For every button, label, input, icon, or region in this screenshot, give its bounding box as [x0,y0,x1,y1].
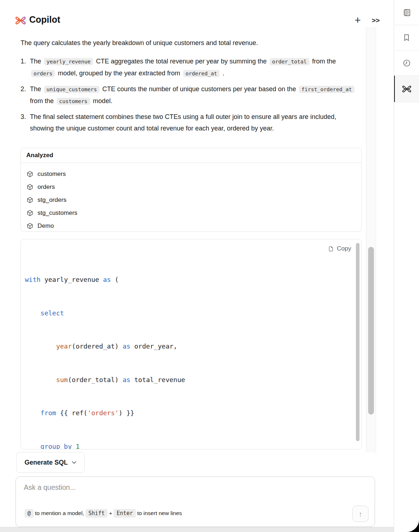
code-scrollbar-thumb[interactable] [356,243,360,441]
code-token: as [103,276,111,283]
code-token: order_year, [131,342,177,350]
list-item-text: The final select statement combines thes… [30,111,358,134]
code-token: (order_total) [68,376,123,384]
list-item-text: The unique_customers CTE counts the numb… [30,83,358,107]
model-name: stg_customers [38,209,78,217]
code-token: group by [25,443,72,450]
generate-sql-button[interactable]: Generate SQL [16,452,85,473]
copilot-sidebar-icon [402,84,412,94]
footer-strip [0,527,394,532]
notebook-icon [402,8,411,17]
model-cube-icon [26,183,34,191]
copy-icon [328,246,334,252]
code-line: with yearly_revenue as ( [25,274,361,285]
sidebar-item-bookmarks[interactable] [394,25,419,50]
sql-code-block: with yearly_revenue as ( select year(ord… [21,239,362,449]
analyzed-model-row[interactable]: stg_orders [26,194,356,207]
code-token: {{ ref( [56,409,88,417]
query-summary-text: The query calculates the yearly breakdow… [21,37,349,48]
right-sidebar [394,0,419,532]
bookmark-icon [402,34,411,42]
list-item-text: The yearly_revenue CTE aggregates the to… [30,56,358,79]
sql-code: with yearly_revenue as ( select year(ord… [21,239,361,449]
inline-code-chip: first_ordered_at [299,86,354,93]
code-line: from {{ ref('orders') }} [25,408,361,418]
list-item: 1. The yearly_revenue CTE aggregates the… [21,56,358,79]
copilot-logo-icon [15,15,26,26]
sidebar-item-history[interactable] [394,50,419,76]
explanation-list: 1. The yearly_revenue CTE aggregates the… [21,56,358,138]
new-chat-button[interactable]: + [351,14,364,27]
code-token: total_revenue [131,376,185,384]
list-item-number: 2. [21,83,30,107]
analyzed-model-row[interactable]: Demo [26,220,356,232]
code-token [72,443,76,450]
ask-question-box: @ to mention a model, Shift + Enter to i… [16,476,375,527]
copy-label: Copy [337,245,351,252]
model-name: customers [38,170,66,178]
collapse-panel-button[interactable]: >> [369,15,383,26]
code-line: select [25,308,361,319]
input-hint: @ to mention a model, Shift + Enter to i… [23,509,182,518]
page-scrollbar-track[interactable] [366,27,376,452]
generate-sql-label: Generate SQL [25,459,68,466]
analyzed-panel-title: Analyzed [21,148,361,163]
analyzed-model-row[interactable]: orders [26,181,356,194]
sidebar-item-copilot[interactable] [394,76,419,102]
kbd-chip: Shift [85,509,107,518]
code-token: (ordered_at) [72,342,123,350]
code-line: year(ordered_at) as order_year, [25,341,361,352]
sidebar-item-notebook[interactable] [394,0,419,25]
code-token: year [25,342,72,350]
code-token: select [25,309,64,317]
inline-code-chip: orders [31,70,55,77]
code-token: yearly_revenue [40,276,103,283]
code-token: sum [25,376,68,384]
inline-code-chip: ordered_at [183,70,220,77]
ask-question-input[interactable] [23,483,335,505]
inline-code-chip: order_total [270,58,309,65]
code-token: as [123,376,131,384]
list-item: 3. The final select statement combines t… [21,111,358,134]
analyzed-model-list: customers orders [21,163,361,232]
page-title: Copilot [29,14,60,25]
copilot-panel: Copilot + >> The query calculates the ye… [0,0,419,532]
analyzed-panel: Analyzed customers [21,148,362,232]
chevron-down-icon [72,461,76,464]
kbd-chip: Enter [114,509,136,518]
history-clock-icon [402,59,411,67]
code-token: as [123,342,131,350]
copy-code-button[interactable]: Copy [326,244,353,253]
code-token: with [25,276,40,283]
code-token: 'orders' [87,409,119,417]
inline-code-chip: customers [57,98,90,105]
model-cube-icon [26,170,34,178]
kbd-chip: @ [25,509,34,518]
page-scrollbar-thumb[interactable] [368,247,374,414]
model-cube-icon [26,222,34,230]
analyzed-model-row[interactable]: stg_customers [26,207,356,220]
code-line: group by 1 [25,441,361,450]
list-item: 2. The unique_customers CTE counts the n… [21,83,358,107]
code-token: ( [111,276,119,283]
code-token: ) }} [119,409,134,417]
model-cube-icon [26,196,34,204]
send-button[interactable]: ↑ [352,506,369,522]
arrow-up-icon: ↑ [359,510,362,518]
code-token: 1 [76,443,80,450]
list-item-number: 3. [21,111,30,134]
inline-code-chip: yearly_revenue [44,58,93,65]
code-line: sum(order_total) as total_revenue [25,374,361,385]
model-name: Demo [38,222,54,230]
model-name: orders [38,183,55,191]
analyzed-model-row[interactable]: customers [26,168,356,181]
code-token: from [25,409,56,417]
inline-code-chip: unique_customers [44,86,100,93]
list-item-number: 1. [21,56,30,79]
model-name: stg_orders [38,196,66,204]
model-cube-icon [26,209,34,217]
